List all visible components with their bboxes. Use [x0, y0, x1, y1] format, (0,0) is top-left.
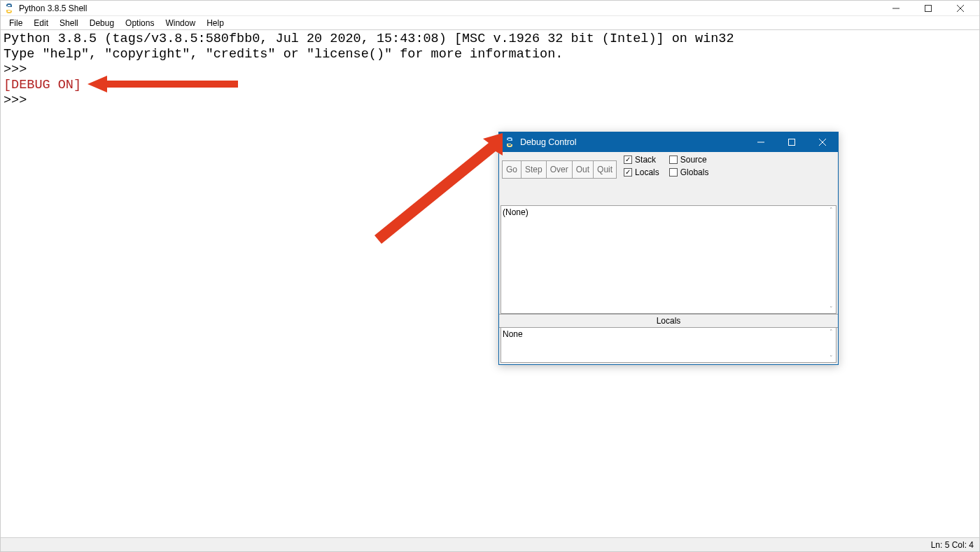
menu-help[interactable]: Help	[201, 18, 230, 29]
maximize-button[interactable]	[912, 1, 944, 16]
step-button[interactable]: Step	[522, 160, 547, 179]
scroll-down-icon[interactable]: ˅	[827, 305, 834, 312]
locals-pane[interactable]: None ˄ ˅	[500, 328, 836, 363]
debug-control-window[interactable]: Debug Control Go Step Over Out Quit ✓Sta…	[498, 132, 839, 365]
stack-pane[interactable]: (None) ˄ ˅	[500, 205, 836, 314]
debug-minimize-button[interactable]	[746, 132, 776, 152]
go-button[interactable]: Go	[502, 160, 522, 179]
source-checkbox[interactable]: Source	[669, 155, 709, 165]
idle-statusbar: Ln: 5 Col: 4	[1, 537, 979, 551]
idle-menubar: File Edit Shell Debug Options Window Hel…	[1, 16, 979, 30]
debug-titlebar[interactable]: Debug Control	[499, 132, 838, 152]
banner-line-2: Type "help", "copyright", "credits" or "…	[4, 47, 563, 62]
cursor-position: Ln: 5 Col: 4	[931, 540, 974, 550]
out-button[interactable]: Out	[573, 160, 594, 179]
idle-title: Python 3.8.5 Shell	[19, 4, 87, 13]
locals-checkbox-label: Locals	[635, 167, 659, 177]
debug-on-text: [DEBUG ON]	[4, 78, 81, 92]
idle-window-controls	[880, 1, 976, 16]
menu-file[interactable]: File	[4, 18, 28, 29]
scroll-down-icon[interactable]: ˅	[827, 354, 834, 361]
svg-rect-5	[789, 139, 795, 146]
svg-rect-1	[925, 5, 932, 11]
python-icon	[4, 3, 15, 14]
stack-checkbox-label: Stack	[635, 155, 656, 165]
stack-content: (None)	[503, 207, 528, 217]
debug-title: Debug Control	[520, 137, 577, 147]
locals-header: Locals	[499, 314, 838, 328]
menu-options[interactable]: Options	[120, 18, 160, 29]
globals-checkbox[interactable]: Globals	[669, 167, 709, 177]
locals-checkbox[interactable]: ✓Locals	[624, 167, 659, 177]
python-icon	[503, 136, 516, 149]
locals-content: None	[503, 329, 523, 339]
debug-close-button[interactable]	[807, 132, 838, 152]
debug-button-group: Go Step Over Out Quit	[502, 160, 617, 179]
prompt: >>>	[4, 62, 34, 77]
scroll-up-icon[interactable]: ˄	[827, 207, 834, 214]
menu-window[interactable]: Window	[160, 18, 201, 29]
menu-shell[interactable]: Shell	[54, 18, 84, 29]
prompt: >>>	[4, 93, 34, 108]
debug-maximize-button[interactable]	[776, 132, 807, 152]
menu-edit[interactable]: Edit	[28, 18, 54, 29]
close-button[interactable]	[944, 1, 976, 16]
debug-toolbar: Go Step Over Out Quit ✓Stack ✓Locals Sou…	[499, 152, 838, 184]
globals-checkbox-label: Globals	[680, 167, 709, 177]
stack-checkbox[interactable]: ✓Stack	[624, 155, 659, 165]
over-button[interactable]: Over	[547, 160, 573, 179]
idle-titlebar[interactable]: Python 3.8.5 Shell	[1, 1, 979, 16]
source-checkbox-label: Source	[680, 155, 707, 165]
minimize-button[interactable]	[880, 1, 912, 16]
banner-line-1: Python 3.8.5 (tags/v3.8.5:580fbb0, Jul 2…	[4, 32, 734, 46]
menu-debug[interactable]: Debug	[84, 18, 120, 29]
scroll-up-icon[interactable]: ˄	[827, 329, 834, 336]
quit-button[interactable]: Quit	[594, 160, 617, 179]
